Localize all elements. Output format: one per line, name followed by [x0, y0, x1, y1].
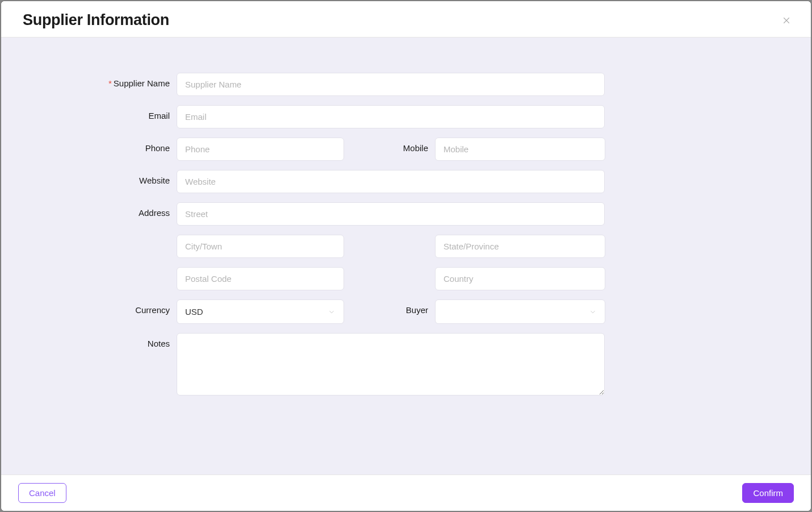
country-input[interactable] — [435, 267, 605, 290]
state-input[interactable] — [435, 235, 605, 258]
label-notes: Notes — [82, 333, 177, 348]
modal-body: *Supplier Name Email Phone — [1, 38, 811, 474]
supplier-info-modal: Supplier Information *Supplier Name Emai… — [1, 1, 811, 511]
label-email: Email — [82, 105, 177, 120]
label-mobile: Mobile — [401, 138, 435, 153]
row-street: Address — [82, 202, 730, 226]
buyer-select[interactable] — [435, 299, 605, 324]
mobile-input[interactable] — [435, 138, 605, 161]
label-supplier-name: *Supplier Name — [82, 73, 177, 88]
label-currency: Currency — [82, 299, 177, 315]
row-phone-mobile: Phone Mobile — [82, 138, 730, 161]
supplier-form: *Supplier Name Email Phone — [82, 73, 730, 398]
supplier-name-input[interactable] — [177, 73, 605, 96]
postal-input[interactable] — [177, 267, 344, 290]
currency-select[interactable]: USD — [177, 299, 344, 324]
street-input[interactable] — [177, 202, 605, 226]
email-input[interactable] — [177, 105, 605, 128]
label-website: Website — [82, 170, 177, 185]
modal-footer: Cancel Confirm — [1, 474, 811, 511]
row-website: Website — [82, 170, 730, 193]
chevron-down-icon — [328, 308, 336, 316]
modal-title: Supplier Information — [23, 11, 169, 29]
label-address: Address — [82, 202, 177, 218]
notes-textarea[interactable] — [177, 333, 605, 396]
website-input[interactable] — [177, 170, 605, 193]
required-star-icon: * — [108, 78, 112, 88]
close-icon — [781, 15, 792, 26]
row-currency-buyer: Currency USD Buyer — [82, 299, 730, 324]
row-postal-country — [82, 267, 730, 290]
label-phone: Phone — [82, 138, 177, 153]
label-buyer: Buyer — [401, 299, 435, 315]
chevron-down-icon — [589, 308, 597, 316]
cancel-button[interactable]: Cancel — [18, 483, 66, 503]
currency-value: USD — [185, 307, 203, 317]
row-notes: Notes — [82, 333, 730, 398]
row-city-state — [82, 235, 730, 258]
close-button[interactable] — [779, 13, 794, 28]
modal-header: Supplier Information — [1, 1, 811, 38]
row-email: Email — [82, 105, 730, 128]
row-supplier-name: *Supplier Name — [82, 73, 730, 96]
confirm-button[interactable]: Confirm — [742, 483, 794, 503]
city-input[interactable] — [177, 235, 344, 258]
phone-input[interactable] — [177, 138, 344, 161]
